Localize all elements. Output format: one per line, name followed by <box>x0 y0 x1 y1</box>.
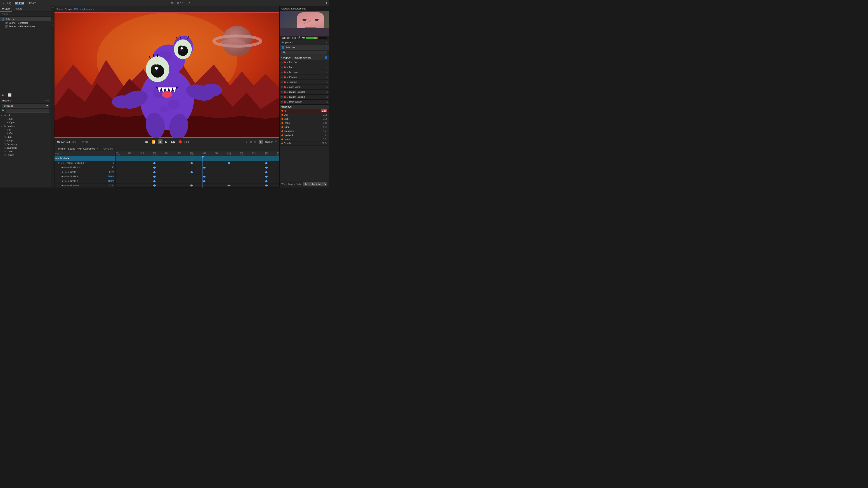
trigger-select[interactable]: Schizzler <box>2 104 49 108</box>
track-vis-icon[interactable]: 👁 <box>61 185 64 187</box>
skip-start-button[interactable]: ⏮ <box>145 140 149 144</box>
record-button[interactable] <box>179 140 182 143</box>
add-trigger-button[interactable]: + <box>47 99 49 102</box>
wte-select[interactable]: Let replay finish Stop immediately Loop <box>303 182 327 186</box>
kf-add[interactable]: ◇ <box>66 185 68 187</box>
tab-history[interactable]: History <box>12 6 24 11</box>
scene-menu-icon[interactable]: ≡ <box>93 8 94 11</box>
side-icon-5[interactable]: ○ <box>52 20 53 22</box>
trig-item-out[interactable]: ☉ Out <box>0 131 51 135</box>
behavior-expand-icon[interactable]: ▶ <box>287 81 288 84</box>
kf-nav-prev[interactable]: ◀ <box>64 180 66 182</box>
behavior-expand-icon[interactable]: ▶ <box>287 96 288 98</box>
kf-nav-next[interactable]: ▶ <box>68 185 70 187</box>
kf-nav-next[interactable]: ▶ <box>68 166 70 168</box>
behavior-menu-icon[interactable]: ≡ <box>327 71 328 73</box>
behavior-expand-icon[interactable]: ▶ <box>287 61 288 64</box>
kf-add[interactable]: ◇ <box>63 162 64 164</box>
trig-item-jump[interactable]: ☉ Jump <box>0 139 51 142</box>
set-rest-pose-button[interactable]: Set Rest Pose <box>281 37 296 39</box>
trig-item-position[interactable]: ▾ ⚙ Position <box>0 124 51 128</box>
behavior-menu-icon[interactable]: ≡ <box>327 66 328 68</box>
kf-add[interactable]: ◇ <box>66 175 68 177</box>
behavior-vis-icon[interactable]: 👁 <box>281 101 283 103</box>
nav-rig[interactable]: Rig <box>7 2 11 5</box>
trig-item-lower[interactable]: ☉ Lower <box>0 150 51 153</box>
playhead[interactable] <box>203 156 203 188</box>
kf-nav-next[interactable]: ▶ <box>68 180 70 182</box>
behavior-expand-icon[interactable]: ▶ <box>287 76 288 78</box>
behavior-menu-icon[interactable]: ≡ <box>327 81 328 84</box>
behavior-menu-icon[interactable]: ≡ <box>327 76 328 78</box>
trig-item-in[interactable]: ☉ In <box>0 128 51 131</box>
kf-nav-next[interactable]: ▶ <box>65 162 66 164</box>
square-icon[interactable]: ▪ <box>5 93 6 97</box>
behavior-menu-icon[interactable]: ≡ <box>327 86 328 88</box>
tab-project[interactable]: Project <box>0 6 12 11</box>
nav-stream[interactable]: Stream <box>27 2 36 5</box>
behavior-vis-icon[interactable]: 👁 <box>281 61 283 64</box>
trig-item-spin[interactable]: ☉ Spin <box>0 135 51 139</box>
kf-nav-prev[interactable]: ◀ <box>64 171 66 173</box>
home-icon[interactable]: ⌂ <box>2 1 4 5</box>
kf-add[interactable]: ◇ <box>66 166 68 168</box>
behavior-vis-icon[interactable]: 👁 <box>281 76 283 78</box>
behavior-expand-icon[interactable]: ▶ <box>287 71 288 73</box>
behavior-menu-icon[interactable]: ≡ <box>327 96 328 98</box>
side-icon-3[interactable]: □ <box>52 13 53 15</box>
properties-menu-icon[interactable]: ≡ <box>326 41 327 44</box>
nav-record[interactable]: Record <box>15 1 24 5</box>
view-mode-toggle[interactable]: ■ <box>258 140 263 144</box>
kf-add[interactable]: ◇ <box>66 180 68 182</box>
track-vis-icon[interactable]: 👁 <box>58 162 60 164</box>
side-icon-1[interactable]: | <box>52 7 54 8</box>
zoom-dropdown[interactable]: ▾ <box>275 140 277 143</box>
refresh-icon[interactable]: ↻ <box>246 140 248 143</box>
kf-nav-prev[interactable]: ◀ <box>61 162 62 164</box>
video-icon[interactable]: ▶ <box>2 93 4 97</box>
trig-item-clouds[interactable]: ☉ Clouds <box>0 153 51 157</box>
timeline-menu-icon[interactable]: ≡ <box>97 147 98 150</box>
behavior-expand-icon[interactable]: ▶ <box>287 91 288 93</box>
fit-icon[interactable]: ⊞ <box>254 140 256 143</box>
kf-nav-prev[interactable]: ◀ <box>64 175 66 177</box>
trig-item-backspin[interactable]: ☉ Backspin <box>0 146 51 150</box>
prop-search-input[interactable] <box>281 51 327 55</box>
trig-item-backjump[interactable]: ☉ Backjump <box>0 142 51 146</box>
behavior-vis-icon[interactable]: 👁 <box>281 81 283 84</box>
track-vis-icon[interactable]: 👁 <box>61 166 64 169</box>
side-icon-6[interactable]: △ <box>52 24 53 26</box>
trig-item-open[interactable]: ☉ Open <box>0 121 51 124</box>
camera-icon[interactable]: 📷 <box>302 36 305 39</box>
play-button[interactable]: ▶ <box>165 140 168 144</box>
monitor-icon[interactable]: ⬜ <box>8 93 11 97</box>
scene-name[interactable]: Scene - With Keyframes <box>65 8 92 11</box>
kf-nav-prev[interactable]: ◀ <box>64 185 66 187</box>
stop-button[interactable]: ■ <box>158 139 162 144</box>
behavior-menu-icon[interactable]: ≡ <box>327 101 328 103</box>
tree-item-scene-keyframes[interactable]: 🎬 Scene - With Keyframes <box>0 25 51 28</box>
track-vis-icon[interactable]: 👁 <box>61 180 64 182</box>
step-back-button[interactable]: ⏪ <box>151 140 156 144</box>
camera-menu-icon[interactable]: ≡ <box>326 7 327 10</box>
behavior-expand-icon[interactable]: ▶ <box>287 66 288 68</box>
behavior-vis-icon[interactable]: 👁 <box>281 66 283 68</box>
behavior-menu-icon[interactable]: ≡ <box>327 61 328 64</box>
track-vis-icon[interactable]: 👁 <box>61 175 64 178</box>
behavior-vis-icon[interactable]: 👁 <box>281 96 283 98</box>
tree-item-schizzler[interactable]: 👤 Schizzler <box>0 18 51 21</box>
behavior-expand-icon[interactable]: ▶ <box>287 86 288 88</box>
play-audio-button[interactable]: ▶▶ <box>170 140 176 144</box>
track-expand-icon[interactable]: ▾ <box>58 158 59 160</box>
kf-nav-next[interactable]: ▶ <box>68 171 70 173</box>
kf-nav-prev[interactable]: ◀ <box>64 166 66 168</box>
side-icon-2[interactable]: — <box>52 9 54 11</box>
track-vis-icon[interactable]: 👁 <box>61 171 64 173</box>
tree-item-scene-schizzler[interactable]: 🎬 Scene - Schizzler <box>0 21 51 25</box>
trig-item-lid-sub[interactable]: ☉ Lid <box>0 117 51 121</box>
behavior-vis-icon[interactable]: 👁 <box>281 71 283 73</box>
trig-item-lid[interactable]: ▾ ⚙ Lid <box>0 113 51 117</box>
ptb-user-icon[interactable]: 👤 <box>324 56 328 59</box>
track-vis-icon[interactable]: 👁 <box>55 158 57 160</box>
kf-nav-next[interactable]: ▶ <box>68 175 70 177</box>
